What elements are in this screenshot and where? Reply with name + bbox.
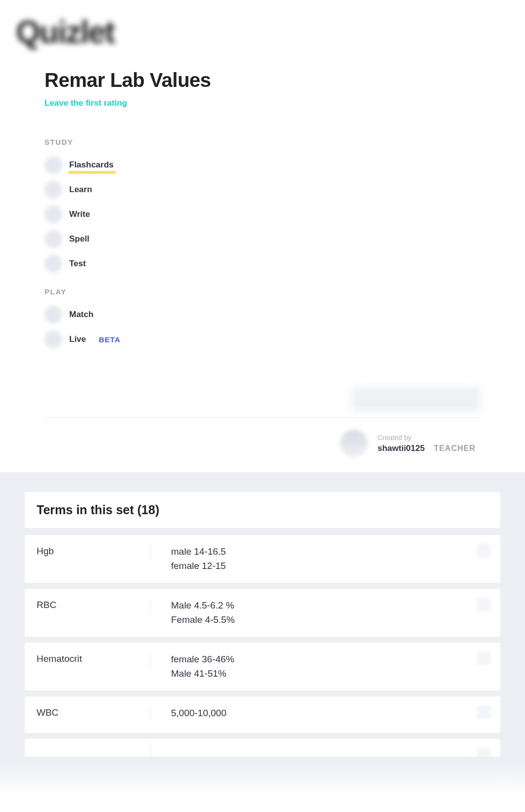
creator-username[interactable]: shawtii0125 (378, 444, 425, 453)
term-name: RBC (37, 599, 150, 610)
term-name: WBC (37, 706, 150, 718)
terms-header: Terms in this set (18) (37, 503, 488, 517)
term-card[interactable] (25, 739, 500, 757)
term-definition: male 14-16.5female 12-15 (171, 545, 488, 573)
creator-avatar[interactable] (340, 430, 368, 457)
study-spell[interactable]: Spell (44, 230, 481, 248)
term-card[interactable]: RBC Male 4.5-6.2 %Female 4-5.5% (25, 589, 500, 637)
play-item-label: Match (69, 310, 93, 320)
teacher-badge: TEACHER (434, 444, 476, 452)
spell-icon (44, 230, 62, 248)
study-write[interactable]: Write (44, 205, 481, 223)
site-logo[interactable]: Quizlet (16, 14, 114, 50)
term-definition: 5,000-10,000 (171, 706, 488, 721)
term-separator (150, 599, 151, 615)
study-flashcards[interactable]: Flashcards (44, 156, 481, 174)
term-name (37, 744, 150, 745)
star-icon[interactable] (477, 651, 490, 665)
leave-rating-link[interactable]: Leave the first rating (44, 98, 481, 108)
study-item-label: Spell (69, 234, 89, 244)
terms-section: Terms in this set (18) Hgb male 14-16.5f… (0, 472, 525, 792)
star-icon[interactable] (477, 705, 490, 719)
play-section-label: PLAY (44, 287, 481, 296)
match-icon (44, 306, 62, 324)
play-match[interactable]: Match (44, 306, 481, 324)
star-icon[interactable] (477, 748, 490, 757)
write-icon (44, 205, 62, 223)
play-live[interactable]: Live BETA (44, 330, 481, 348)
term-separator (150, 706, 151, 723)
page-title: Remar Lab Values (44, 69, 481, 91)
study-item-label: Test (69, 259, 86, 269)
play-item-label: Live (69, 334, 86, 344)
term-card[interactable]: WBC 5,000-10,000 (25, 696, 500, 733)
share-toolbar[interactable] (352, 387, 481, 411)
study-item-label: Learn (69, 185, 92, 195)
flashcards-icon (44, 156, 62, 174)
star-icon[interactable] (477, 544, 490, 558)
term-separator (150, 545, 151, 562)
term-name: Hematocrit (37, 652, 150, 664)
star-icon[interactable] (477, 598, 490, 611)
term-card[interactable]: Hgb male 14-16.5female 12-15 (25, 535, 500, 583)
study-item-label: Flashcards (69, 160, 114, 170)
test-icon (44, 255, 62, 273)
term-name: Hgb (37, 545, 150, 557)
study-learn[interactable]: Learn (44, 181, 481, 199)
term-card[interactable]: Hematocrit female 36-46%Male 41-51% (25, 643, 500, 690)
beta-badge: BETA (99, 335, 121, 344)
learn-icon (44, 181, 62, 199)
term-separator (150, 744, 151, 757)
study-item-label: Write (69, 209, 90, 219)
term-definition: female 36-46%Male 41-51% (171, 652, 488, 681)
term-definition: Male 4.5-6.2 %Female 4-5.5% (171, 599, 488, 627)
terms-header-card: Terms in this set (18) (25, 492, 500, 528)
term-separator (150, 652, 151, 669)
study-section-label: STUDY (44, 138, 481, 146)
study-test[interactable]: Test (44, 255, 481, 273)
live-icon (44, 330, 62, 348)
created-by-label: Created by (378, 434, 476, 442)
